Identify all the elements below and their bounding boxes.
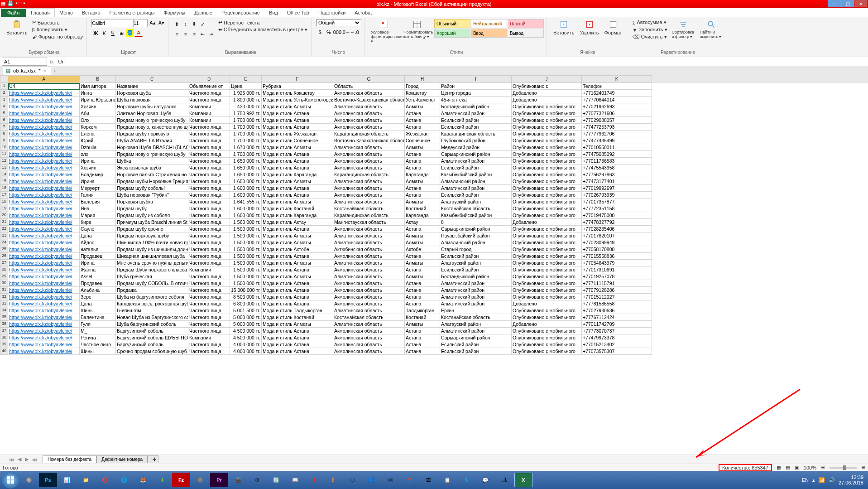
row-header[interactable]: 40: [0, 348, 8, 355]
tb-app2-icon[interactable]: 🔆: [191, 473, 209, 487]
data-cell[interactable]: +77028235406: [582, 226, 652, 232]
data-cell[interactable]: Есильский район: [440, 117, 512, 124]
data-cell[interactable]: Шуба баргузинский соболь: [116, 321, 188, 328]
data-cell[interactable]: Алматы: [405, 199, 440, 205]
data-cell[interactable]: Частного лица: [188, 260, 230, 266]
data-cell[interactable]: +77477435499: [582, 137, 652, 144]
data-cell[interactable]: Глубоковский район: [440, 137, 512, 144]
data-cell[interactable]: +77015112027: [582, 294, 652, 300]
data-cell[interactable]: Караганда: [405, 212, 440, 219]
data-cell[interactable]: Алатауский район: [440, 321, 512, 328]
data-cell[interactable]: Мода и стиль Алматы: [262, 232, 333, 239]
data-cell[interactable]: 4 500 000 тг.: [230, 334, 262, 341]
data-cell[interactable]: 1 700 000 тг.: [230, 137, 262, 144]
data-cell[interactable]: 4 500 000 тг.: [230, 328, 262, 334]
data-cell[interactable]: Карагандинская область: [333, 212, 405, 219]
data-cell[interactable]: Астана: [405, 348, 440, 355]
data-cell[interactable]: +77077321606: [582, 110, 652, 117]
merge-button[interactable]: ⬌Объединить и поместить в центре ▾: [217, 26, 308, 33]
data-cell[interactable]: Есильский район: [440, 266, 512, 273]
tb-photos-icon[interactable]: 🏞: [495, 473, 513, 487]
inc-decimal-icon[interactable]: .0→: [342, 28, 350, 36]
indent-inc-icon[interactable]: ⇥: [207, 30, 216, 38]
data-cell[interactable]: Алматинская область: [333, 232, 405, 239]
data-cell[interactable]: 1 500 000 тг.: [230, 266, 262, 273]
data-cell[interactable]: Мода и стиль Алматы: [262, 321, 333, 328]
data-cell[interactable]: Шубка: [116, 158, 188, 165]
data-cell[interactable]: Мода и стиль Алматы: [262, 103, 333, 110]
sheet-tab-1[interactable]: Номера без дефекта: [43, 455, 96, 463]
header-cell[interactable]: Опубликовано с: [512, 83, 582, 90]
data-cell[interactable]: Астана: [405, 192, 440, 199]
data-cell[interactable]: 420 000 тг.: [230, 103, 262, 110]
tb-premiere-icon[interactable]: Pr: [210, 473, 228, 487]
data-cell[interactable]: +77781586558: [582, 300, 652, 307]
row-header[interactable]: 3: [0, 97, 8, 103]
header-cell[interactable]: Название: [116, 83, 188, 90]
data-cell[interactable]: https://www.olx.kz/obyavlenie/: [8, 144, 80, 151]
data-cell[interactable]: Мода и стиль Астана: [262, 110, 333, 117]
data-cell[interactable]: Актюбинская область: [333, 246, 405, 253]
data-cell[interactable]: Продавец: [80, 280, 116, 287]
data-cell[interactable]: Частного лица: [188, 321, 230, 328]
row-header[interactable]: 32: [0, 294, 8, 300]
data-cell[interactable]: Еркин: [440, 307, 512, 314]
data-cell[interactable]: Частного лица: [188, 294, 230, 300]
data-cell[interactable]: Частного лица: [188, 300, 230, 307]
data-cell[interactable]: Акмолинская область: [333, 165, 405, 171]
data-cell[interactable]: +77015213402: [582, 341, 652, 348]
data-cell[interactable]: Костанай: [405, 205, 440, 212]
data-cell[interactable]: +77162401749: [582, 90, 652, 97]
data-cell[interactable]: Карагандинская область: [333, 131, 405, 137]
data-cell[interactable]: Частного лица: [188, 280, 230, 287]
clear-button[interactable]: ⌫Очистить ▾: [632, 34, 668, 40]
data-cell[interactable]: Опубликовано с мобильного: [512, 260, 582, 266]
data-cell[interactable]: https://www.olx.kz/obyavlenie/: [8, 110, 80, 117]
data-cell[interactable]: Айдос: [80, 239, 116, 246]
start-button[interactable]: [2, 471, 19, 489]
data-cell[interactable]: Дана: [80, 300, 116, 307]
data-cell[interactable]: https://www.olx.kz/obyavlenie/: [8, 328, 80, 334]
tb-app9-icon[interactable]: 🖼: [419, 473, 437, 487]
data-cell[interactable]: Центр города: [440, 90, 512, 97]
data-cell[interactable]: Частного лица: [188, 328, 230, 334]
tb-skype-icon[interactable]: S: [457, 473, 475, 487]
data-cell[interactable]: Акмолинская область: [333, 124, 405, 131]
tb-yandex-icon[interactable]: Y: [400, 473, 418, 487]
fill-color-button[interactable]: 🪣: [126, 29, 134, 37]
data-cell[interactable]: +77475543958: [582, 165, 652, 171]
data-cell[interactable]: Мода и стиль Жезказган: [262, 131, 333, 137]
data-cell[interactable]: М_: [80, 328, 116, 334]
data-cell[interactable]: https://www.olx.kz/obyavlenie/: [8, 171, 80, 178]
data-cell[interactable]: +77773070737: [582, 328, 652, 334]
data-cell[interactable]: Алматинский район: [440, 328, 512, 334]
row-header[interactable]: 29: [0, 273, 8, 280]
header-cell[interactable]: Цена: [230, 83, 262, 90]
data-cell[interactable]: https://www.olx.kz/obyavlenie/: [8, 185, 80, 192]
bold-button[interactable]: Ж: [91, 29, 100, 37]
maximize-button[interactable]: ▢: [841, 0, 854, 7]
data-cell[interactable]: Есильский район: [440, 348, 512, 355]
data-cell[interactable]: Опубликовано с мобильного: [512, 226, 582, 232]
data-cell[interactable]: +77023099949: [582, 239, 652, 246]
data-cell[interactable]: Опубликовано с мобильного: [512, 246, 582, 253]
data-cell[interactable]: Хозяин: [80, 103, 116, 110]
data-cell[interactable]: Канадская рысь, роскошная шуб: [116, 300, 188, 307]
data-cell[interactable]: Частного лица: [188, 348, 230, 355]
style-neutral[interactable]: Нейтральный: [471, 19, 507, 28]
data-cell[interactable]: Продам шубу из шиншилы,длин: [116, 246, 188, 253]
data-cell[interactable]: Опубликовано с мобильного: [512, 137, 582, 144]
shrink-font-icon[interactable]: A▾: [158, 19, 165, 27]
data-cell[interactable]: Акмолинская область: [333, 158, 405, 165]
align-left-icon[interactable]: ≡: [173, 30, 181, 38]
row-header[interactable]: 1: [0, 83, 8, 90]
comma-icon[interactable]: 000: [333, 28, 341, 36]
data-cell[interactable]: Гуля: [80, 321, 116, 328]
data-cell[interactable]: https://www.olx.kz/obyavlenie/: [8, 287, 80, 294]
row-header[interactable]: 12: [0, 158, 8, 165]
data-cell[interactable]: Опубликовано с мобильного: [512, 266, 582, 273]
row-header[interactable]: 22: [0, 226, 8, 232]
data-cell[interactable]: Есильский район: [440, 192, 512, 199]
data-cell[interactable]: Asset: [80, 273, 116, 280]
data-cell[interactable]: Частное лицо: [80, 341, 116, 348]
